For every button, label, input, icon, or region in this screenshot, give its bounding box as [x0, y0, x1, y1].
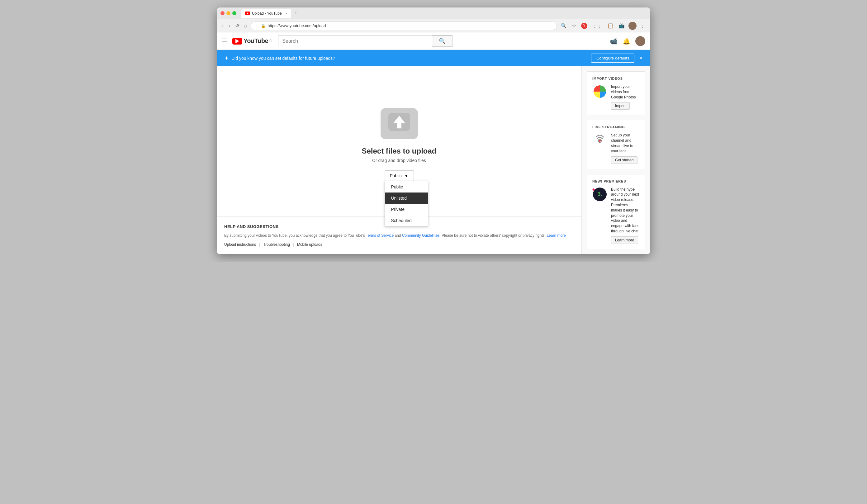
import-button[interactable]: Import	[611, 102, 630, 110]
dropdown-option-scheduled[interactable]: Scheduled	[385, 215, 428, 226]
dropdown-option-unlisted[interactable]: Unlisted	[385, 193, 428, 204]
import-videos-text: Import your videos from Google Photos Im…	[611, 84, 640, 110]
home-button[interactable]: ⌂	[243, 22, 248, 30]
upload-icon-container	[381, 108, 418, 139]
forward-button[interactable]: ›	[227, 22, 231, 30]
youtube-header: ☰ YouTube PL 🔍 📹 🔔	[217, 32, 650, 50]
learn-more-button[interactable]: Learn more	[611, 236, 638, 244]
user-avatar[interactable]	[635, 36, 645, 46]
minimize-traffic-light[interactable]	[226, 11, 231, 15]
help-text-before: By submitting your videos to YouTube, yo…	[224, 233, 366, 238]
banner-star-icon: ✦	[224, 55, 229, 62]
visibility-dropdown-container: Public ▼ Public Unlisted Private	[385, 170, 414, 181]
live-streaming-content: Set up your channel and stream live to y…	[592, 133, 640, 163]
live-streaming-icon	[593, 133, 607, 147]
title-bar: Upload - YouTube × +	[217, 8, 650, 19]
new-tab-button[interactable]: +	[292, 10, 300, 17]
search-input[interactable]	[278, 35, 432, 47]
troubleshooting-link[interactable]: Troubleshooting	[263, 242, 290, 247]
address-bar: ‹ › ↺ ⌂ 🔒 https://www.youtube.com/upload…	[217, 19, 650, 32]
url-text: https://www.youtube.com/upload	[268, 23, 326, 28]
lock-icon: 🔒	[261, 24, 266, 28]
traffic-lights	[221, 11, 236, 15]
upload-area[interactable]: Select files to upload Or drag and drop …	[217, 66, 581, 216]
active-tab[interactable]: Upload - YouTube ×	[242, 9, 291, 18]
google-photos-icon-area	[592, 84, 607, 99]
banner-close-button[interactable]: ×	[639, 55, 643, 61]
premieres-title: NEW! PREMIERES	[592, 180, 640, 183]
learn-more-link[interactable]: Learn more	[547, 233, 566, 238]
menu-button[interactable]: ⋮	[639, 21, 646, 30]
url-bar[interactable]: 🔒 https://www.youtube.com/upload	[251, 21, 557, 30]
tos-link[interactable]: Terms of Service	[366, 233, 394, 238]
maximize-traffic-light[interactable]	[232, 11, 236, 15]
visibility-dropdown-menu: Public Unlisted Private Scheduled	[385, 181, 428, 226]
help-text: By submitting your videos to YouTube, yo…	[224, 233, 574, 239]
upload-title: Select files to upload	[362, 147, 436, 156]
tab-title: Upload - YouTube	[252, 11, 282, 15]
dropdown-arrow-icon: ▼	[404, 173, 409, 178]
help-text-after: . Please be sure not to violate others' …	[440, 233, 547, 238]
header-right: 📹 🔔	[610, 36, 645, 46]
import-videos-desc: Import your videos from Google Photos	[611, 84, 640, 100]
youtube-logo[interactable]: YouTube PL	[232, 37, 273, 44]
premieres-icon: + 3.	[593, 187, 607, 201]
sidebar: IMPORT VIDEOS Import yo	[582, 66, 650, 254]
configure-defaults-button[interactable]: Configure defaults	[591, 54, 635, 63]
youtube-logo-text: YouTube	[244, 37, 268, 44]
upload-arrow-icon	[388, 113, 410, 135]
live-streaming-card: LIVE STREAMING Set up y	[587, 120, 645, 169]
import-videos-title: IMPORT VIDEOS	[592, 77, 640, 81]
dropdown-option-public[interactable]: Public	[385, 181, 428, 193]
notification-bell-icon[interactable]: 🔔	[622, 37, 630, 45]
live-streaming-title: LIVE STREAMING	[592, 125, 640, 129]
mobile-uploads-link[interactable]: Mobile uploads	[297, 242, 322, 247]
premieres-icon-area: + 3.	[592, 187, 607, 202]
tab-bar: Upload - YouTube × +	[242, 9, 646, 18]
bookmark-button[interactable]: ☆	[570, 21, 577, 30]
main-content: Select files to upload Or drag and drop …	[217, 66, 650, 254]
premieres-card: NEW! PREMIERES + 3. Build the hype aroun…	[587, 174, 645, 249]
cast-button[interactable]: 📺	[617, 21, 626, 30]
dropdown-option-private[interactable]: Private	[385, 204, 428, 215]
tab-close-button[interactable]: ×	[286, 12, 287, 15]
youtube-page: ☰ YouTube PL 🔍 📹 🔔 ✦ Did you know you ca…	[217, 32, 650, 254]
youtube-logo-icon	[232, 38, 242, 44]
video-camera-icon[interactable]: 📹	[610, 37, 618, 45]
premieres-content: + 3. Build the hype around your next vid…	[592, 187, 640, 244]
extension-btn-1[interactable]: Y	[580, 21, 589, 30]
footer-sep-2: |	[293, 242, 294, 247]
premieres-number: 3.	[597, 191, 602, 197]
svg-rect-2	[397, 122, 402, 128]
public-dropdown-button[interactable]: Public ▼	[385, 170, 414, 181]
help-footer: Upload instructions | Troubleshooting | …	[224, 242, 574, 247]
search-extension-button[interactable]: 🔍	[559, 21, 568, 30]
get-started-button[interactable]: Get started	[611, 157, 638, 164]
public-dropdown-label: Public	[390, 173, 402, 178]
browser-user-avatar[interactable]	[629, 22, 636, 30]
import-videos-card: IMPORT VIDEOS Import yo	[587, 71, 645, 115]
hamburger-menu[interactable]: ☰	[222, 37, 227, 45]
live-streaming-text: Set up your channel and stream live to y…	[611, 133, 640, 163]
tab-youtube-icon	[245, 12, 250, 15]
notification-banner: ✦ Did you know you can set defaults for …	[217, 50, 650, 66]
footer-sep-1: |	[259, 242, 260, 247]
upload-instructions-link[interactable]: Upload instructions	[224, 242, 256, 247]
premieres-desc: Build the hype around your next video re…	[611, 187, 640, 234]
search-button[interactable]: 🔍	[432, 35, 452, 47]
url-bar-inner: 🔒 https://www.youtube.com/upload	[261, 23, 553, 28]
refresh-button[interactable]: ↺	[234, 21, 240, 30]
live-streaming-desc: Set up your channel and stream live to y…	[611, 133, 640, 153]
premieres-text: Build the hype around your next video re…	[611, 187, 640, 244]
premieres-plus-icon: +	[592, 187, 595, 192]
community-guidelines-link[interactable]: Community Guidelines	[402, 233, 440, 238]
upload-main-area: Select files to upload Or drag and drop …	[217, 66, 582, 254]
close-traffic-light[interactable]	[221, 11, 225, 15]
banner-text: Did you know you can set defaults for fu…	[232, 56, 589, 61]
browser-actions: 🔍 ☆ Y ⋮⋮ 📋 📺 ⋮	[559, 21, 646, 30]
extension-btn-3[interactable]: 📋	[606, 21, 615, 30]
back-button[interactable]: ‹	[221, 22, 225, 30]
google-photos-icon	[593, 85, 607, 98]
svg-point-4	[599, 140, 601, 142]
extension-btn-2[interactable]: ⋮⋮	[591, 21, 603, 30]
